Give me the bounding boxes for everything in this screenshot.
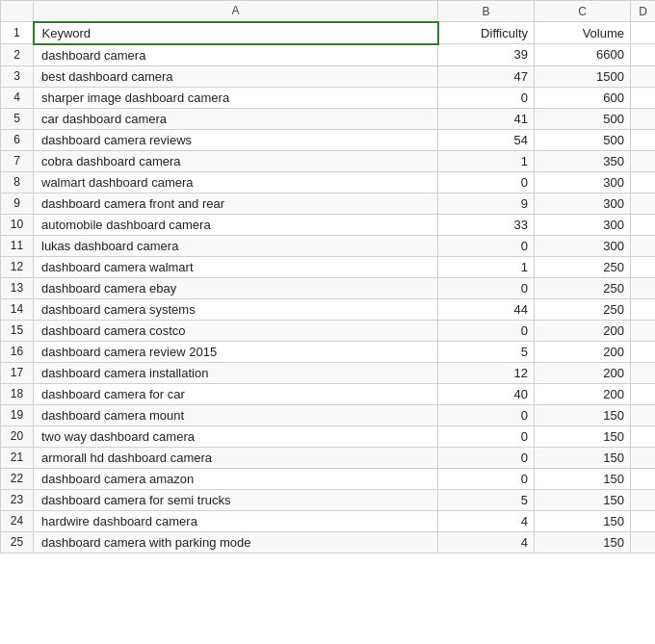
cell-c6[interactable]: 500 bbox=[535, 129, 631, 150]
row-13: 13dashboard camera ebay0250 bbox=[1, 277, 656, 298]
cell-a24[interactable]: hardwire dashboard camera bbox=[34, 510, 438, 531]
cell-a12[interactable]: dashboard camera walmart bbox=[34, 256, 438, 277]
cell-c19[interactable]: 150 bbox=[535, 404, 631, 425]
cell-b5[interactable]: 41 bbox=[438, 108, 535, 129]
cell-b7[interactable]: 1 bbox=[438, 150, 535, 171]
cell-a2[interactable]: dashboard camera bbox=[34, 44, 438, 66]
cell-d6 bbox=[631, 129, 656, 150]
col-d-header[interactable]: D bbox=[631, 1, 656, 22]
cell-c10[interactable]: 300 bbox=[535, 214, 631, 235]
cell-b2[interactable]: 39 bbox=[438, 44, 535, 66]
cell-b20[interactable]: 0 bbox=[438, 425, 535, 447]
cell-b23[interactable]: 5 bbox=[438, 489, 535, 510]
cell-a17[interactable]: dashboard camera installation bbox=[34, 362, 438, 383]
cell-d5 bbox=[631, 108, 656, 129]
cell-a5[interactable]: car dashboard camera bbox=[34, 108, 438, 129]
cell-a3[interactable]: best dashboard camera bbox=[34, 65, 438, 87]
cell-d19 bbox=[631, 404, 656, 425]
cell-b21[interactable]: 0 bbox=[438, 447, 535, 468]
cell-b16[interactable]: 5 bbox=[438, 341, 535, 362]
col-c-header[interactable]: C bbox=[535, 1, 631, 22]
cell-a25[interactable]: dashboard camera with parking mode bbox=[34, 531, 438, 553]
cell-c20[interactable]: 150 bbox=[535, 425, 631, 447]
cell-b4[interactable]: 0 bbox=[438, 87, 535, 108]
row-num-19: 19 bbox=[1, 404, 34, 425]
cell-b18[interactable]: 40 bbox=[438, 383, 535, 404]
cell-b14[interactable]: 44 bbox=[438, 298, 535, 320]
col-a-header[interactable]: A bbox=[34, 1, 438, 22]
row-num-9: 9 bbox=[1, 193, 34, 214]
cell-c9[interactable]: 300 bbox=[535, 193, 631, 214]
cell-c15[interactable]: 200 bbox=[535, 320, 631, 341]
cell-c12[interactable]: 250 bbox=[535, 256, 631, 277]
cell-c22[interactable]: 150 bbox=[535, 468, 631, 489]
cell-a9[interactable]: dashboard camera front and rear bbox=[34, 193, 438, 214]
cell-a19[interactable]: dashboard camera mount bbox=[34, 404, 438, 425]
cell-b8[interactable]: 0 bbox=[438, 171, 535, 193]
cell-a8[interactable]: walmart dashboard camera bbox=[34, 171, 438, 193]
cell-a16[interactable]: dashboard camera review 2015 bbox=[34, 341, 438, 362]
cell-b24[interactable]: 4 bbox=[438, 510, 535, 531]
row-9: 9dashboard camera front and rear9300 bbox=[1, 193, 656, 214]
cell-c16[interactable]: 200 bbox=[535, 341, 631, 362]
cell-c23[interactable]: 150 bbox=[535, 489, 631, 510]
cell-c21[interactable]: 150 bbox=[535, 447, 631, 468]
cell-a15[interactable]: dashboard camera costco bbox=[34, 320, 438, 341]
row-22: 22dashboard camera amazon0150 bbox=[1, 468, 656, 489]
cell-c11[interactable]: 300 bbox=[535, 235, 631, 256]
cell-a4[interactable]: sharper image dashboard camera bbox=[34, 87, 438, 108]
cell-a22[interactable]: dashboard camera amazon bbox=[34, 468, 438, 489]
cell-d3 bbox=[631, 65, 656, 87]
cell-c8[interactable]: 300 bbox=[535, 171, 631, 193]
cell-a20[interactable]: two way dashboard camera bbox=[34, 425, 438, 447]
cell-c5[interactable]: 500 bbox=[535, 108, 631, 129]
cell-b6[interactable]: 54 bbox=[438, 129, 535, 150]
cell-a13[interactable]: dashboard camera ebay bbox=[34, 277, 438, 298]
cell-b12[interactable]: 1 bbox=[438, 256, 535, 277]
cell-b1[interactable]: Difficulty bbox=[438, 22, 535, 44]
cell-a6[interactable]: dashboard camera reviews bbox=[34, 129, 438, 150]
cell-c3[interactable]: 1500 bbox=[535, 65, 631, 87]
cell-b11[interactable]: 0 bbox=[438, 235, 535, 256]
cell-a21[interactable]: armorall hd dashboard camera bbox=[34, 447, 438, 468]
cell-b10[interactable]: 33 bbox=[438, 214, 535, 235]
cell-d16 bbox=[631, 341, 656, 362]
cell-c17[interactable]: 200 bbox=[535, 362, 631, 383]
cell-b3[interactable]: 47 bbox=[438, 65, 535, 87]
cell-b13[interactable]: 0 bbox=[438, 277, 535, 298]
row-16: 16dashboard camera review 20155200 bbox=[1, 341, 656, 362]
cell-a10[interactable]: automobile dashboard camera bbox=[34, 214, 438, 235]
cell-c14[interactable]: 250 bbox=[535, 298, 631, 320]
cell-c18[interactable]: 200 bbox=[535, 383, 631, 404]
cell-a7[interactable]: cobra dashboard camera bbox=[34, 150, 438, 171]
cell-b22[interactable]: 0 bbox=[438, 468, 535, 489]
col-b-header[interactable]: B bbox=[438, 1, 535, 22]
cell-c4[interactable]: 600 bbox=[535, 87, 631, 108]
cell-b17[interactable]: 12 bbox=[438, 362, 535, 383]
cell-b19[interactable]: 0 bbox=[438, 404, 535, 425]
row-num-8: 8 bbox=[1, 171, 34, 193]
cell-c24[interactable]: 150 bbox=[535, 510, 631, 531]
cell-c2[interactable]: 6600 bbox=[535, 44, 631, 66]
cell-c13[interactable]: 250 bbox=[535, 277, 631, 298]
row-num-11: 11 bbox=[1, 235, 34, 256]
cell-c1[interactable]: Volume bbox=[535, 22, 631, 44]
cell-c25[interactable]: 150 bbox=[535, 531, 631, 553]
cell-a11[interactable]: lukas dashboard camera bbox=[34, 235, 438, 256]
row-14: 14dashboard camera systems44250 bbox=[1, 298, 656, 320]
cell-b9[interactable]: 9 bbox=[438, 193, 535, 214]
cell-a1[interactable]: Keyword bbox=[34, 22, 438, 44]
cell-a18[interactable]: dashboard camera for car bbox=[34, 383, 438, 404]
cell-a14[interactable]: dashboard camera systems bbox=[34, 298, 438, 320]
row-3: 3best dashboard camera471500 bbox=[1, 65, 656, 87]
row-num-17: 17 bbox=[1, 362, 34, 383]
cell-d24 bbox=[631, 510, 656, 531]
cell-d23 bbox=[631, 489, 656, 510]
cell-a23[interactable]: dashboard camera for semi trucks bbox=[34, 489, 438, 510]
cell-b15[interactable]: 0 bbox=[438, 320, 535, 341]
cell-d22 bbox=[631, 468, 656, 489]
row-num-1: 1 bbox=[1, 22, 34, 44]
cell-c7[interactable]: 350 bbox=[535, 150, 631, 171]
cell-b25[interactable]: 4 bbox=[438, 531, 535, 553]
row-11: 11lukas dashboard camera0300 bbox=[1, 235, 656, 256]
